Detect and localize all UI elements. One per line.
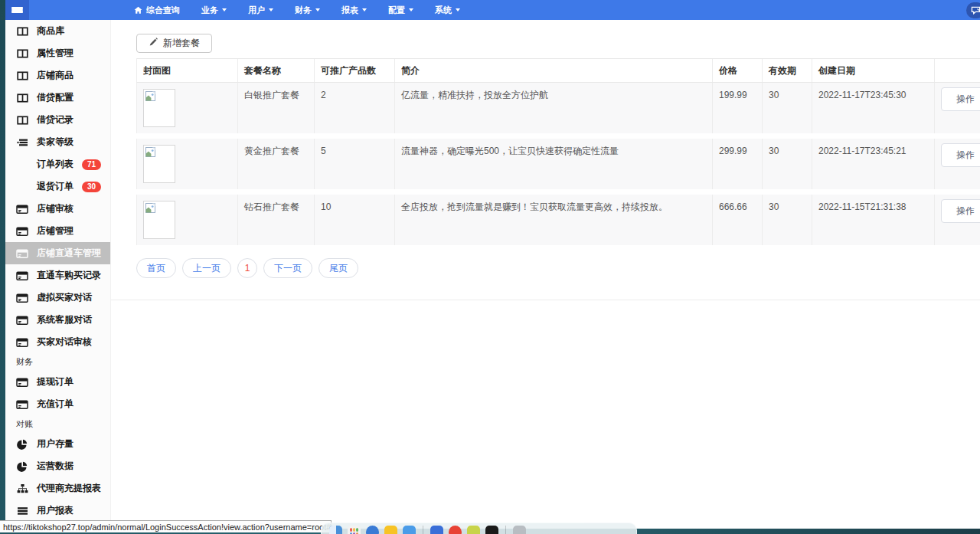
price-cell: 199.99 (713, 83, 763, 133)
sidebar-item-user-stock[interactable]: 用户存量 (5, 433, 110, 455)
dock-icon-devtool[interactable] (467, 526, 480, 534)
nav-item-finance[interactable]: 财务 (286, 0, 329, 20)
nav-item-label: 业务 (201, 5, 218, 16)
row-action-button[interactable]: 操作 (941, 87, 980, 111)
sidebar-item-shop-train-management[interactable]: 店铺直通车管理 (5, 242, 110, 264)
product-count-cell: 10 (315, 195, 395, 245)
columns-icon (16, 115, 28, 126)
dock-icon-chrome[interactable] (449, 526, 462, 534)
sidebar-item-return-orders[interactable]: 退货订单30 (5, 175, 110, 198)
dock-icon-files[interactable] (430, 526, 443, 534)
pagination-last[interactable]: 尾页 (318, 258, 358, 278)
sidebar-section-label: 财务 (16, 356, 33, 368)
nav-item-business[interactable]: 业务 (192, 0, 236, 20)
sidebar-item-label: 借贷配置 (37, 91, 74, 104)
pencil-icon (149, 38, 158, 49)
sidebar-item-train-purchase-records[interactable]: 直通车购买记录 (5, 264, 110, 287)
pagination-next[interactable]: 下一页 (263, 258, 312, 278)
add-package-label: 新增套餐 (163, 37, 200, 50)
validity-cell: 30 (763, 139, 812, 189)
id-card-icon (16, 315, 28, 326)
menu-toggle-button[interactable] (5, 0, 29, 20)
sidebar-item-label: 店铺管理 (37, 224, 74, 238)
sidebar-item-label: 订单列表 (37, 158, 74, 171)
sidebar-item-shop-review[interactable]: 店铺审核 (5, 198, 110, 220)
sidebar-item-seller-level[interactable]: 卖家等级 (5, 131, 110, 153)
dock-icon-trash[interactable] (513, 526, 526, 534)
home-icon (134, 6, 142, 15)
created-date-cell: 2022-11-15T21:31:38 (812, 195, 935, 245)
add-package-button[interactable]: 新增套餐 (136, 34, 212, 53)
main-content: 新增套餐 封面图套餐名称可推广产品数简介价格有效期创建日期白银推广套餐2亿流量，… (111, 20, 980, 529)
sidebar-item-shop-management[interactable]: 店铺管理 (5, 220, 110, 242)
nav-item-user[interactable]: 用户 (239, 0, 283, 20)
nav-item-label: 配置 (388, 5, 405, 16)
chat-button[interactable] (966, 2, 980, 18)
sidebar-item-user-report[interactable]: 用户报表 (5, 500, 110, 522)
pagination-page-1[interactable]: 1 (237, 258, 257, 278)
sitemap-icon (16, 483, 28, 494)
sidebar-item-loan-config[interactable]: 借贷配置 (5, 87, 110, 109)
table-row: 钻石推广套餐10全店投放，抢到流量就是赚到！宝贝获取流量更高效，持续投放。666… (136, 195, 980, 245)
column-header: 套餐名称 (238, 59, 315, 82)
sidebar-item-goods-library[interactable]: 商品库 (5, 20, 110, 42)
row-action-button[interactable]: 操作 (941, 143, 980, 167)
pagination-first[interactable]: 首页 (136, 258, 176, 278)
nav-item-label: 综合查询 (146, 5, 180, 16)
created-date-cell: 2022-11-17T23:45:30 (812, 83, 935, 133)
cover-cell (137, 139, 238, 189)
id-card-icon (16, 204, 28, 215)
created-date-cell: 2022-11-17T23:45:21 (812, 139, 935, 189)
nav-item-report[interactable]: 报表 (332, 0, 376, 20)
description-cell: 亿流量，精准扶持，投放全方位护航 (395, 83, 713, 133)
dock-icon-finder[interactable] (329, 526, 342, 534)
sidebar-item-label: 店铺商品 (37, 69, 74, 82)
browser-window: 综合查询业务用户财务报表配置系统 商品库属性管理店铺商品借贷配置借贷记录卖家等级… (5, 0, 980, 529)
dock-separator (423, 526, 423, 534)
id-card-icon (16, 293, 28, 303)
sidebar-item-shop-goods[interactable]: 店铺商品 (5, 64, 110, 87)
dock (321, 523, 637, 534)
column-header: 创建日期 (812, 59, 935, 82)
sidebar-item-label: 店铺直通车管理 (37, 247, 101, 260)
pie-icon (16, 461, 28, 472)
nav-item-overview[interactable]: 综合查询 (125, 0, 189, 20)
status-url-text: https://tiktokshop27.top/admin/normal/Lo… (3, 523, 331, 532)
sidebar-section-reconciliation: 对账 (5, 415, 110, 433)
nav-item-system[interactable]: 系统 (426, 0, 469, 20)
sidebar-item-label: 直通车购买记录 (37, 269, 101, 282)
nav-item-label: 财务 (295, 5, 312, 16)
count-badge: 30 (82, 182, 101, 192)
cover-cell (137, 83, 238, 133)
table-row: 黄金推广套餐5流量神器，确定曝光500，让宝贝快速获得确定性流量299.9930… (136, 139, 980, 189)
dock-icon-launchpad[interactable] (348, 526, 361, 534)
sidebar-item-label: 运营数据 (37, 460, 74, 473)
sidebar-item-buyer-chat-review[interactable]: 买家对话审核 (5, 331, 110, 353)
dock-icon-safari[interactable] (366, 526, 379, 534)
sidebar-item-system-service-chat[interactable]: 系统客服对话 (5, 309, 110, 331)
nav-item-config[interactable]: 配置 (379, 0, 423, 20)
sidebar-item-virtual-buyer-chat[interactable]: 虚拟买家对话 (5, 287, 110, 309)
dock-icon-detail (329, 526, 336, 534)
sidebar-item-recharge-orders[interactable]: 充值订单 (5, 393, 110, 415)
sidebar-item-order-list[interactable]: 订单列表71 (5, 153, 110, 175)
dock-icon-terminal[interactable] (485, 526, 498, 534)
package-table: 封面图套餐名称可推广产品数简介价格有效期创建日期白银推广套餐2亿流量，精准扶持，… (136, 58, 980, 245)
cover-image-placeholder (143, 201, 175, 239)
sidebar-item-operation-data[interactable]: 运营数据 (5, 455, 110, 477)
sidebar-item-label: 提现订单 (37, 375, 74, 388)
broken-image-icon (145, 93, 155, 103)
dock-icon-messages[interactable] (403, 526, 416, 534)
sidebar-item-withdraw-orders[interactable]: 提现订单 (5, 371, 110, 393)
row-action-button[interactable]: 操作 (941, 199, 980, 223)
dock-icon-notes[interactable] (384, 526, 397, 534)
chevron-down-icon (409, 8, 413, 11)
sidebar-item-loan-records[interactable]: 借贷记录 (5, 109, 110, 131)
column-header: 有效期 (763, 59, 812, 82)
product-count-cell: 2 (315, 83, 395, 133)
sidebar-item-agent-report[interactable]: 代理商充提报表 (5, 477, 110, 500)
pagination-prev[interactable]: 上一页 (182, 258, 231, 278)
sidebar-item-attribute-management[interactable]: 属性管理 (5, 42, 110, 64)
chevron-down-icon (222, 8, 227, 11)
sidebar-section-label: 对账 (16, 418, 33, 430)
